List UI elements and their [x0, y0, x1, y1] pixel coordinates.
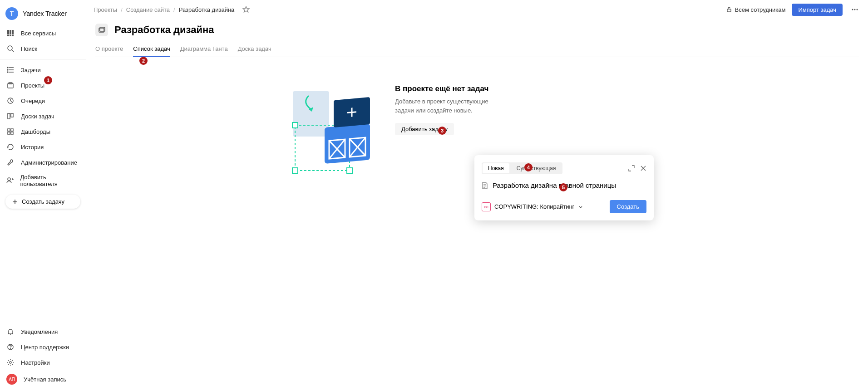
chevron-down-icon: [578, 204, 583, 210]
sidebar-item-label: Доски задач: [21, 113, 54, 120]
svg-line-10: [12, 50, 14, 52]
app-header[interactable]: T Yandex Tracker: [0, 0, 86, 25]
annotation-4: 4: [524, 163, 533, 171]
import-tasks-button[interactable]: Импорт задач: [792, 4, 843, 16]
sidebar-item-all-services[interactable]: Все сервисы: [0, 25, 86, 41]
queue-selector[interactable]: co COPYWRITING: Копирайтинг: [482, 202, 583, 211]
bell-icon: [6, 327, 15, 336]
svg-rect-6: [7, 34, 9, 36]
page-title: Разработка дизайна: [114, 24, 214, 36]
svg-rect-22: [8, 129, 10, 131]
breadcrumb-item[interactable]: Проекты: [94, 6, 117, 13]
project-icon: [95, 24, 108, 36]
sidebar-item-label: Проекты: [21, 82, 44, 89]
favorite-button[interactable]: [242, 6, 250, 13]
empty-text: В проекте ещё нет задач Добавьте в проек…: [395, 84, 508, 135]
annotation-2: 2: [139, 57, 148, 65]
panel-tabs: Новая Существующая: [482, 162, 562, 174]
add-user-icon: [6, 176, 14, 185]
sidebar-item-admin[interactable]: Администрирование: [0, 155, 86, 170]
tab-about[interactable]: О проекте: [95, 43, 123, 57]
queue-badge: co: [482, 202, 491, 211]
empty-illustration: [286, 84, 377, 175]
sidebar-item-notifications[interactable]: Уведомления: [0, 324, 86, 339]
sidebar-item-label: Очереди: [21, 98, 45, 104]
panel-header: Новая Существующая: [482, 162, 646, 174]
sidebar-item-history[interactable]: История: [0, 139, 86, 155]
create-task-label: Создать задачу: [22, 198, 64, 205]
breadcrumb-separator: /: [121, 6, 123, 13]
page-header: Разработка дизайна: [95, 24, 859, 36]
sidebar-item-label: Поиск: [21, 45, 37, 52]
expand-button[interactable]: [628, 165, 635, 171]
breadcrumb-item[interactable]: Разработка дизайна: [179, 6, 235, 13]
create-task-button[interactable]: Создать задачу: [5, 195, 80, 209]
svg-rect-8: [12, 34, 14, 36]
svg-rect-46: [292, 168, 298, 173]
more-button[interactable]: [849, 4, 861, 15]
svg-rect-2: [12, 30, 14, 32]
access-label: Всем сотрудникам: [735, 6, 786, 13]
boards-icon: [6, 112, 15, 120]
tab-board[interactable]: Доска задач: [238, 43, 271, 57]
panel-tab-existing[interactable]: Существующая: [511, 163, 562, 173]
sidebar-item-support[interactable]: Центр поддержки: [0, 339, 86, 355]
svg-point-37: [852, 9, 853, 10]
sidebar-item-label: Администрирование: [21, 159, 77, 166]
topbar-actions: Всем сотрудникам Импорт задач: [726, 4, 861, 16]
annotation-5: 5: [559, 183, 567, 191]
panel-tab-new[interactable]: Новая: [483, 163, 509, 173]
gear-icon: [6, 358, 15, 367]
sidebar-item-boards[interactable]: Доски задач: [0, 108, 86, 124]
sidebar-item-tasks[interactable]: Задачи: [0, 62, 86, 78]
svg-rect-4: [10, 32, 11, 34]
sidebar-item-search[interactable]: Поиск: [0, 41, 86, 56]
sidebar: T Yandex Tracker Все сервисы Поиск Задач…: [0, 0, 86, 391]
svg-point-26: [8, 178, 10, 181]
svg-rect-47: [347, 168, 352, 173]
svg-point-9: [8, 46, 12, 50]
app-logo-icon: T: [5, 7, 18, 20]
sidebar-item-label: Все сервисы: [21, 30, 56, 37]
sidebar-item-dashboards[interactable]: Дашборды: [0, 124, 86, 139]
plus-icon: [12, 199, 18, 205]
sidebar-item-label: Дашборды: [21, 128, 50, 135]
sidebar-item-label: Добавить пользователя: [20, 174, 79, 187]
sidebar-item-settings[interactable]: Настройки: [0, 355, 86, 370]
sidebar-item-projects[interactable]: Проекты: [0, 78, 86, 93]
tab-gantt[interactable]: Диаграмма Ганта: [180, 43, 228, 57]
svg-rect-25: [11, 132, 13, 134]
tab-task-list[interactable]: Список задач: [133, 43, 170, 57]
breadcrumb-item[interactable]: Создание сайта: [126, 6, 170, 13]
svg-rect-20: [8, 113, 10, 119]
avatar: АП: [6, 374, 17, 385]
breadcrumb-separator: /: [173, 6, 175, 13]
task-title-input[interactable]: [493, 181, 646, 189]
empty-title: В проекте ещё нет задач: [395, 84, 508, 93]
document-icon: [482, 182, 488, 189]
close-button[interactable]: [640, 165, 646, 171]
app-name: Yandex Tracker: [23, 10, 67, 17]
sidebar-item-queues[interactable]: Очереди: [0, 93, 86, 108]
sidebar-item-add-user[interactable]: Добавить пользователя: [0, 170, 86, 191]
svg-point-33: [10, 349, 11, 349]
breadcrumb: Проекты / Создание сайта / Разработка ди…: [94, 6, 250, 13]
sidebar-item-account[interactable]: АП Учётная запись: [0, 370, 86, 391]
svg-rect-1: [10, 30, 11, 32]
svg-rect-36: [727, 9, 731, 12]
access-selector[interactable]: Всем сотрудникам: [726, 6, 786, 13]
annotation-3: 3: [438, 127, 446, 135]
create-button[interactable]: Создать: [610, 200, 646, 213]
empty-description: Добавьте в проект существующие задачи ил…: [395, 97, 508, 115]
sidebar-item-label: Учётная запись: [24, 376, 66, 383]
svg-rect-24: [8, 132, 10, 134]
main-content: Разработка дизайна О проекте Список зада…: [86, 19, 868, 391]
lock-icon: [726, 6, 732, 13]
svg-rect-21: [11, 113, 13, 117]
svg-rect-5: [12, 32, 14, 34]
projects-icon: [6, 81, 15, 89]
svg-rect-44: [292, 122, 298, 128]
svg-point-39: [857, 9, 858, 10]
svg-point-34: [10, 362, 11, 363]
tasks-icon: [6, 66, 15, 74]
